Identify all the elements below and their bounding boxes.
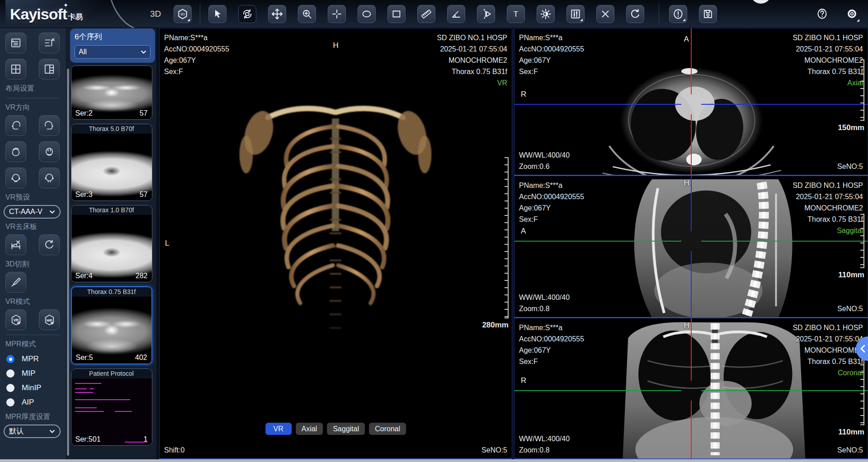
orientation-marker-top: H — [684, 179, 689, 188]
series-thumbnail-selected[interactable]: Thorax 0.75 B31f Ser:5402 — [71, 286, 152, 364]
axial-viewport[interactable]: PName:S***a AccNO:0004920555 Age:067Y Se… — [514, 28, 868, 176]
coronal-view-button[interactable]: Coronal — [369, 423, 406, 435]
mpr-column: PName:S***a AccNO:0004920555 Age:067Y Se… — [514, 28, 868, 459]
mpr-mode-option-mpr[interactable]: MPR — [6, 355, 66, 364]
angle-tool-button[interactable] — [447, 5, 465, 23]
layout-list-button[interactable] — [5, 33, 26, 53]
head-left-button[interactable] — [5, 115, 26, 136]
head-front-button[interactable] — [5, 168, 26, 188]
3d-view-cube-button[interactable]: 3D — [174, 5, 192, 23]
rect-roi-button[interactable] — [387, 5, 406, 23]
series-filter-select[interactable]: All — [75, 45, 151, 59]
series-scrollbar[interactable] — [67, 69, 69, 456]
mpr-mode-option-mip[interactable]: MIP — [6, 369, 66, 378]
window-level-button[interactable] — [566, 5, 585, 23]
mip-hexagon-button[interactable]: MIP — [39, 309, 60, 330]
series-thumbnail[interactable]: Patient Protocol Ser:5011 — [71, 369, 152, 446]
crosshair-tool-button[interactable] — [328, 5, 346, 23]
scale-ruler: 110mm — [838, 214, 864, 280]
head-back-button[interactable] — [39, 168, 60, 188]
help-button[interactable] — [813, 5, 831, 23]
delete-annotation-button[interactable] — [596, 5, 614, 23]
logo-cn: 卡易 — [68, 13, 82, 21]
saggital-view-button[interactable]: Saggital — [327, 423, 365, 435]
orientation-marker-top: A — [684, 35, 689, 44]
vr-direction-label: VR方向 — [5, 103, 66, 112]
mpr-mode-option-aip[interactable]: AIP — [6, 398, 66, 407]
rotate-3d-tool-button[interactable] — [238, 5, 256, 23]
cursor-tool-button[interactable] — [208, 5, 226, 23]
radio-label: MinIP — [22, 383, 41, 392]
ellipse-roi-button[interactable] — [358, 5, 376, 23]
head-top-button[interactable] — [5, 141, 26, 162]
sidebar-divider — [6, 335, 60, 335]
series-thumbnail[interactable]: Thorax 1.0 B70f Ser:4282 — [71, 205, 152, 282]
svg-text:MIP: MIP — [47, 318, 52, 322]
pan-tool-button[interactable] — [268, 5, 286, 23]
vr-viewport[interactable]: PName:S***a AccNO:0004920555 Age:067Y Se… — [159, 28, 512, 459]
head-bottom-button[interactable] — [39, 141, 60, 162]
photometric: MONOCHROME2 — [437, 55, 507, 66]
series-count-label: 6个序列 — [75, 32, 151, 42]
mpr-thickness-select[interactable]: 默认 — [4, 425, 61, 438]
vr-view-button[interactable]: VR — [265, 423, 292, 435]
text-annotation-button[interactable]: T — [507, 5, 525, 23]
series-ser-label: Ser:5 — [76, 354, 93, 362]
chevron-down-icon — [49, 210, 55, 214]
series-image-count: 1 — [144, 435, 148, 443]
sidebar-divider — [6, 98, 60, 98]
layout-grid-button[interactable] — [5, 59, 26, 79]
series-image-count: 57 — [140, 109, 148, 117]
series-number: SeNO:5 — [837, 444, 863, 456]
axial-view-button[interactable]: Axial — [296, 423, 323, 435]
patient-accno: AccNO:0004920555 — [519, 43, 584, 55]
cut-3d-label: 3D切割 — [5, 260, 66, 269]
patient-info-overlay: PName:S***a AccNO:0004920555 Age:067Y Se… — [519, 180, 584, 225]
wwwl-value: WW/WL:400/40 — [519, 433, 570, 444]
remove-bed-button[interactable] — [5, 234, 26, 255]
series-ser-label: Ser:4 — [75, 272, 93, 280]
svg-text:3D: 3D — [180, 12, 185, 16]
ruler-tool-button[interactable] — [417, 5, 435, 23]
top-toolbar: Kayisoft卡易 ✦ 3D 3D — [0, 0, 868, 28]
reset-tool-button[interactable] — [626, 5, 644, 23]
vr-preset-select[interactable]: CT-AAA-V — [4, 205, 61, 219]
coronal-viewport[interactable]: PName:S***a AccNO:0004920555 Age:067Y Se… — [514, 318, 868, 459]
layout-split-button[interactable] — [39, 59, 60, 79]
layout-close-button[interactable] — [39, 33, 60, 53]
alert-button[interactable] — [669, 5, 687, 23]
logo-sparkle-icon: ✦ — [63, 2, 68, 9]
app-window: Kayisoft卡易 ✦ 3D 3D — [0, 0, 868, 462]
series-thumbnail[interactable]: Thorax 5.0 B70f Ser:357 — [71, 124, 152, 201]
window-info: WW/WL:400/40 Zoom:0.8 — [519, 292, 570, 314]
series-header: 6个序列 All — [70, 28, 155, 63]
wwwl-value: WW/WL:400/40 — [519, 149, 570, 161]
mode-label: 3D — [150, 9, 161, 19]
orientation-marker-left: A — [521, 227, 526, 236]
mpr-mode-option-minip[interactable]: MinIP — [6, 383, 66, 392]
settings-button[interactable] — [843, 5, 861, 23]
patient-accno: AccNO:0004920555 — [164, 43, 229, 55]
saggital-viewport[interactable]: PName:S***a AccNO:0004920555 Age:067Y Se… — [514, 176, 868, 318]
avatar[interactable] — [750, 0, 771, 4]
brightness-tool-button[interactable] — [537, 5, 555, 23]
patient-info-overlay: PName:S***a AccNO:0004920555 Age:067Y Se… — [164, 32, 229, 77]
vr-hexagon-button[interactable]: VR — [5, 309, 26, 330]
patient-name: PName:S***a — [519, 322, 584, 333]
scalpel-button[interactable] — [5, 272, 26, 293]
patient-accno: AccNO:0004920555 — [519, 191, 584, 202]
series-number: SeNO:5 — [481, 444, 507, 456]
logo-text: Kayisoft — [10, 5, 67, 23]
zoom-tool-button[interactable] — [298, 5, 316, 23]
bed-reset-button[interactable] — [39, 234, 60, 255]
left-sidebar: 布局设置 VR方向 VR预设 CT-AAA-V — [0, 28, 66, 459]
save-button[interactable] — [699, 5, 717, 23]
hospital-name: SD ZIBO NO.1 HOSP — [793, 322, 863, 333]
head-right-button[interactable] — [39, 115, 60, 136]
cobb-angle-tool-button[interactable] — [477, 5, 495, 23]
vr-bed-label: VR去床板 — [5, 222, 66, 232]
patient-info-overlay: PName:S***a AccNO:0004920555 Age:067Y Se… — [519, 32, 584, 77]
ruler-label: 280mm — [482, 321, 509, 330]
zoom-value: Zoom:0.8 — [519, 303, 570, 314]
series-thumbnail[interactable]: Ser:257 — [71, 65, 152, 120]
